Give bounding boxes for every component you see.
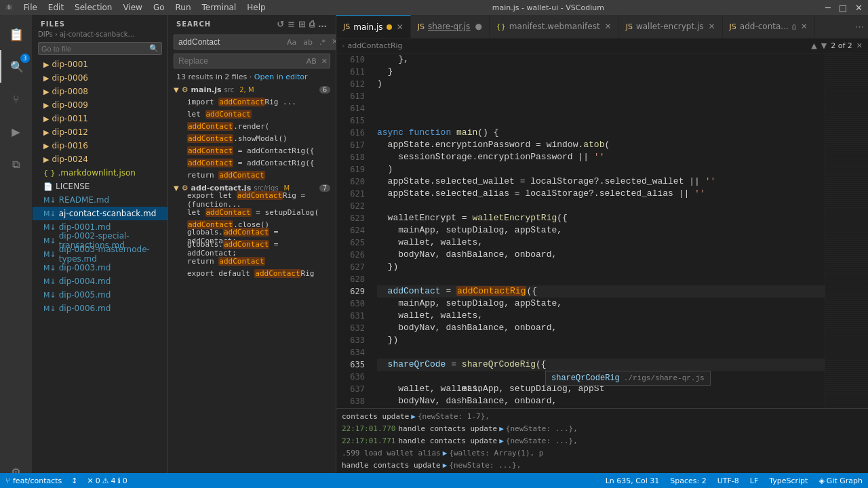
activity-scm[interactable]: ⑂ (0, 83, 33, 115)
tab-label: main.js (353, 22, 382, 32)
list-item[interactable]: ▶ dip-0016 (33, 139, 167, 152)
status-position[interactable]: Ln 635, Col 31 (600, 473, 665, 488)
list-item[interactable]: { } .markdownlint.json (33, 166, 167, 180)
menu-run[interactable]: Run (170, 3, 197, 12)
autocomplete-popup[interactable]: shareQrCodeRig ./rigs/share-qr.js (545, 371, 711, 386)
error-count: 0 (96, 476, 100, 485)
md-file-icon: M↓ (43, 291, 56, 300)
search-match[interactable]: addContact.render( (168, 120, 336, 132)
main-layout: 📋 🔍 3 ⑂ ▶ ⧉ ⚙ FILES DIPs › aj-contact-sc… (0, 15, 868, 488)
replace-preserve-case-icon[interactable]: AB (304, 56, 319, 66)
status-errors[interactable]: ✕ 0 ⚠ 4 ℹ 0 (82, 473, 133, 488)
list-item[interactable]: ▶ dip-0009 (33, 98, 167, 112)
minimap-content (825, 54, 868, 408)
search-match[interactable]: let addContact (168, 108, 336, 120)
list-item[interactable]: 📄 LICENSE (33, 180, 167, 193)
tab-share-qr[interactable]: JS share-qr.js ● (411, 15, 490, 38)
search-match[interactable]: addContact = addContactRig({ (168, 157, 336, 169)
status-spaces[interactable]: Spaces: 2 (665, 473, 711, 488)
status-branch[interactable]: ⑂ feat/contacts (0, 473, 67, 488)
status-language[interactable]: TypeScript (764, 473, 813, 488)
match-next-icon[interactable]: ▼ (821, 41, 827, 50)
status-sync[interactable]: ↕ (67, 473, 81, 488)
close-button[interactable]: ✕ (855, 3, 863, 13)
search-file-header[interactable]: ▼ ⚙ main.js src 2, M 6 (168, 84, 336, 96)
sidebar-search-input[interactable] (41, 45, 149, 53)
maximize-button[interactable]: □ (839, 3, 847, 13)
match-prev-icon[interactable]: ▲ (811, 41, 816, 50)
match-close-icon[interactable]: ✕ (856, 41, 863, 50)
tab-manifest[interactable]: {} manifest.webmanifest ✕ (490, 15, 619, 38)
list-item[interactable]: ▶ dip-0001 (33, 58, 167, 71)
more-actions-icon[interactable]: … (318, 19, 328, 29)
code-line: shareQrCode = shareQrCodeRig({ (377, 359, 825, 371)
use-regex-icon[interactable]: .* (317, 37, 328, 48)
match-text: return addContact (187, 171, 265, 180)
collapse-all-icon[interactable]: ≡ (288, 19, 296, 29)
list-item[interactable]: M↓ dip-0006.md (33, 302, 167, 315)
match-text: addContact.showModal() (187, 134, 288, 143)
tab-close-icon-4[interactable]: ✕ (709, 22, 715, 31)
breadcrumb-item-add-contact-rig[interactable]: addContactRig (347, 41, 402, 50)
activity-explorer[interactable]: 📋 (0, 18, 33, 50)
match-text: globals.addContact = addContact; (187, 240, 330, 258)
activity-extensions[interactable]: ⧉ (0, 148, 33, 180)
replace-input[interactable] (174, 54, 304, 68)
replace-input-wrap: AB ✕ (174, 54, 330, 68)
panel-log-line: contacts update ▶ {newState: 1-7}, (342, 410, 863, 422)
search-match[interactable]: import addContactRig ... (168, 96, 336, 108)
tab-add-conta[interactable]: JS add-conta... ⎙ ✕ (723, 15, 815, 38)
search-match[interactable]: export let addContactRig = (function... (168, 194, 336, 206)
code-content[interactable]: }, } ) async function main() { appState.… (372, 54, 825, 408)
activity-run[interactable]: ▶ (0, 115, 33, 148)
match-case-icon[interactable]: Aa (284, 37, 299, 48)
tabs-overflow-button[interactable]: ⋯ (851, 15, 868, 38)
tab-main-js[interactable]: JS main.js ✕ (336, 15, 411, 38)
list-item[interactable]: ▶ dip-0024 (33, 152, 167, 166)
search-match[interactable]: return addContact (168, 169, 336, 181)
open-in-editor-icon[interactable]: ⎙ (309, 19, 315, 29)
clear-results-icon[interactable]: ⊞ (298, 19, 307, 29)
list-item[interactable]: ▶ dip-0011 (33, 112, 167, 125)
replace-close-icon[interactable]: ✕ (319, 56, 330, 66)
sidebar-tree: ▶ dip-0001 ▶ dip-0006 ▶ dip-0008 ▶ dip-0… (33, 58, 167, 474)
menu-selection[interactable]: Selection (69, 3, 117, 12)
tab-close-icon[interactable]: ✕ (397, 22, 403, 32)
menu-view[interactable]: View (117, 3, 147, 12)
match-word-icon[interactable]: ab (300, 37, 315, 48)
list-item[interactable]: M↓ aj-contact-scanback.md (33, 207, 167, 220)
search-input[interactable] (174, 35, 284, 49)
tab-close-icon-2[interactable]: ● (475, 22, 481, 31)
search-match[interactable]: addContact.showModal() (168, 132, 336, 144)
search-match[interactable]: export default addContactRig (168, 267, 336, 279)
list-item[interactable]: M↓ dip-0005.md (33, 288, 167, 302)
search-match[interactable]: globals.addContact = addContact; (168, 243, 336, 255)
tab-wallet-encrypt[interactable]: JS wallet-encrypt.js ✕ (619, 15, 723, 38)
menu-edit[interactable]: Edit (43, 3, 69, 12)
menu-go[interactable]: Go (148, 3, 170, 12)
search-match[interactable]: addContact = addContactRig({ (168, 144, 336, 157)
refresh-icon[interactable]: ↺ (277, 19, 285, 29)
status-line-ending[interactable]: LF (745, 473, 764, 488)
list-item[interactable]: ▶ dip-0006 (33, 71, 167, 85)
minimize-button[interactable]: ─ (825, 3, 831, 13)
menu-terminal[interactable]: Terminal (197, 3, 242, 12)
tab-close-icon-3[interactable]: ✕ (605, 22, 612, 31)
list-item[interactable]: M↓ dip-0004.md (33, 274, 167, 288)
search-match[interactable]: let addContact = setupDialog( (168, 206, 336, 218)
list-item[interactable]: ▶ dip-0012 (33, 125, 167, 139)
menu-help[interactable]: Help (241, 3, 271, 12)
tab-close-icon-5[interactable]: ✕ (801, 22, 808, 31)
open-in-editor-link[interactable]: Open in editor (254, 73, 308, 81)
graph-icon: ◈ (818, 476, 824, 485)
list-item[interactable]: M↓ README.md (33, 193, 167, 207)
status-encoding[interactable]: UTF-8 (712, 473, 745, 488)
folder-icon: ▶ (43, 74, 49, 83)
titlebar-title: main.js - wallet-ui - VSCodium (271, 3, 825, 12)
list-item[interactable]: M↓ dip-0003-masternode-types.md (33, 247, 167, 261)
menu-file[interactable]: File (18, 3, 43, 12)
list-item[interactable]: ▶ dip-0008 (33, 85, 167, 98)
activity-search[interactable]: 🔍 3 (0, 50, 33, 83)
close-search-icon[interactable]: ✕ (330, 37, 336, 48)
status-graph[interactable]: ◈ Git Graph (813, 473, 868, 488)
